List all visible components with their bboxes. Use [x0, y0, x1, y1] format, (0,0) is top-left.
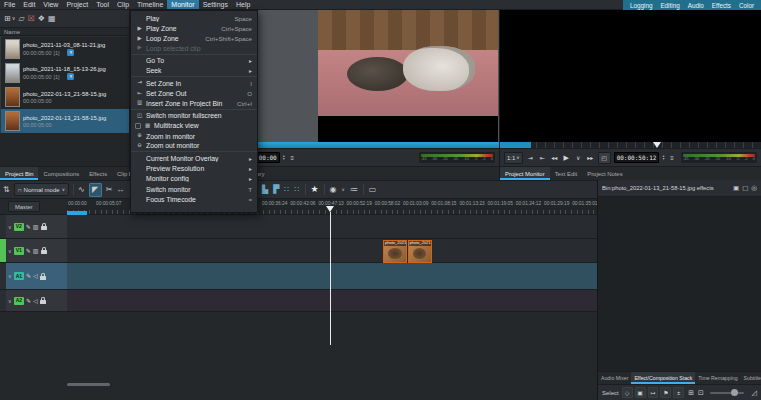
- lock-icon[interactable]: [40, 273, 46, 280]
- menubar-item[interactable]: Monitor: [167, 0, 198, 9]
- favorite-effects-icon[interactable]: ★: [311, 185, 319, 194]
- add-clip-dropdown-icon[interactable]: ∨: [12, 16, 16, 21]
- insert-zone-timeline-icon[interactable]: ▙: [262, 186, 268, 194]
- lock-icon[interactable]: [41, 247, 47, 254]
- menu-item[interactable]: ◰ Switch monitor fullscreen ▸: [131, 111, 257, 121]
- dock-tab[interactable]: Time Remapping: [695, 372, 740, 384]
- edit-icon[interactable]: ✎: [26, 298, 31, 304]
- extract-zone-timeline-icon[interactable]: ▛: [273, 186, 279, 194]
- adjust-icon[interactable]: ≔: [350, 186, 358, 194]
- timeline-horizontal-scrollbar[interactable]: [67, 383, 110, 386]
- dock-tab[interactable]: Project Notes: [582, 167, 627, 180]
- rename-icon[interactable]: ▭: [369, 186, 377, 194]
- menubar-item[interactable]: Clip: [113, 0, 133, 9]
- tags-icon[interactable]: ❖: [38, 15, 45, 23]
- menubar-item[interactable]: Timeline: [133, 0, 167, 9]
- play-menu-icon[interactable]: ∨: [574, 152, 583, 164]
- menu-item[interactable]: ⇤ Set Zone Out O ▸: [131, 88, 257, 98]
- track-target-strip[interactable]: [0, 215, 6, 238]
- delete-clip-icon[interactable]: ☒: [28, 15, 35, 23]
- workspace-item[interactable]: Effects: [708, 2, 735, 9]
- menubar-item[interactable]: Edit: [19, 0, 39, 9]
- menu-item[interactable]: ▶ Play Zone Ctrl+Space ▸: [131, 23, 257, 33]
- timeline-dots-icon[interactable]: ∷: [284, 186, 289, 194]
- speaker-icon[interactable]: ◁: [33, 273, 38, 279]
- copy-icon[interactable]: ▣: [733, 185, 739, 192]
- monitor-menu-icon[interactable]: ≡: [667, 152, 676, 164]
- set-zone-out-icon[interactable]: ⇤: [538, 152, 547, 164]
- track-target-strip[interactable]: [0, 263, 6, 289]
- tag-icon[interactable]: ◇: [622, 387, 633, 398]
- lock-icon[interactable]: [40, 297, 46, 304]
- timeline-zoom-slider[interactable]: [710, 392, 744, 394]
- bin-clip-row[interactable]: photo_2022-01-13_21-58-15.jpg 00:00:05:0…: [0, 85, 129, 109]
- add-clip-icon[interactable]: ⊞: [4, 15, 11, 23]
- monitor-menu-icon[interactable]: ≡: [288, 152, 297, 164]
- track-target-badge[interactable]: A1: [14, 272, 24, 280]
- timeline-ruler[interactable]: Master 00:00:0000:00:05:0700:00:36:2400:…: [0, 199, 597, 215]
- playhead-line[interactable]: [330, 212, 331, 345]
- timeline-clip[interactable]: photo_2021-1: [408, 240, 432, 263]
- film-icon[interactable]: ▥: [33, 224, 39, 230]
- menubar-item[interactable]: Help: [232, 0, 254, 9]
- edit-mode-select[interactable]: ⊓ Normal mode ∨: [14, 183, 69, 196]
- track-target-badge[interactable]: V1: [14, 247, 24, 255]
- plus-minus-icon[interactable]: ±: [673, 387, 684, 398]
- chevron-down-icon[interactable]: ∨: [342, 187, 345, 192]
- dock-tab[interactable]: Text Edit: [550, 167, 583, 180]
- record-icon[interactable]: ◉: [330, 186, 337, 194]
- edit-icon[interactable]: ✎: [26, 224, 31, 230]
- razor-tool-icon[interactable]: ✂: [106, 186, 113, 194]
- menu-item[interactable]: ▥ Insert Zone in Project Bin Ctrl+I ▸: [131, 99, 257, 110]
- track-header[interactable]: ∨ V1 ✎ ▥ ◁: [0, 239, 67, 263]
- menu-item[interactable]: Go To ▸: [131, 56, 257, 66]
- bin-clip-row[interactable]: photo_2021-11-03_08-11-21.jpg 00:00:05:0…: [0, 37, 129, 61]
- menu-item[interactable]: Focus Timecode = ▸: [131, 194, 257, 204]
- mix-clips-icon[interactable]: ∿: [78, 186, 85, 194]
- track-header[interactable]: ∨ A2 ✎ ▥ ◁: [0, 290, 67, 312]
- set-zone-in-icon[interactable]: ⇥: [526, 152, 535, 164]
- edit-icon[interactable]: ✎: [26, 248, 31, 254]
- chevron-down-icon[interactable]: ∨: [8, 248, 12, 254]
- menu-item[interactable]: Current Monitor Overlay ▸: [131, 153, 257, 163]
- track-header[interactable]: ∨ A1 ✎ ▥ ◁: [0, 263, 67, 290]
- rewind-icon[interactable]: ◂◂: [550, 152, 559, 164]
- timeline-track-lane[interactable]: [67, 290, 597, 312]
- master-track-button[interactable]: Master: [8, 201, 40, 212]
- speaker-icon[interactable]: ◁: [33, 298, 38, 304]
- workspace-item[interactable]: Logging: [626, 2, 656, 9]
- chevron-down-icon[interactable]: ∨: [8, 224, 12, 230]
- arrow-right-icon[interactable]: ↦: [648, 387, 659, 398]
- view-mode-icon[interactable]: ▦: [48, 15, 56, 23]
- dock-tab[interactable]: Effects: [84, 167, 112, 180]
- track-target-badge[interactable]: A2: [14, 297, 24, 305]
- workspace-item[interactable]: Editing: [656, 2, 683, 9]
- menu-item[interactable]: ⊕ Zoom in monitor ▸: [131, 131, 257, 141]
- timecode-spinner[interactable]: ▴ ▾: [283, 155, 285, 161]
- workspace-item[interactable]: Color: [735, 2, 758, 9]
- menu-item[interactable]: Switch monitor T ▸: [131, 184, 257, 194]
- grid-icon[interactable]: ⊞: [688, 389, 694, 396]
- menu-item[interactable]: Play Space ▸: [131, 13, 257, 23]
- dock-tab[interactable]: Subtitles: [741, 372, 761, 384]
- save-icon[interactable]: ▣: [635, 387, 646, 398]
- dock-tab[interactable]: Audio Mixer: [598, 372, 631, 384]
- frame-icon[interactable]: ▢: [742, 185, 748, 192]
- dock-tab[interactable]: Effect/Composition Stack: [631, 372, 695, 384]
- film-icon[interactable]: ▥: [33, 248, 39, 254]
- menu-item[interactable]: Preview Resolution ▸: [131, 164, 257, 174]
- track-target-strip[interactable]: [0, 239, 6, 262]
- lock-icon[interactable]: [41, 223, 47, 230]
- forward-icon[interactable]: ▸▸: [586, 152, 595, 164]
- spacer-tool-icon[interactable]: ↔: [116, 186, 124, 194]
- menubar-item[interactable]: View: [39, 0, 62, 9]
- menubar-item[interactable]: Project: [62, 0, 92, 9]
- timecode-spinner[interactable]: ▴ ▾: [662, 155, 664, 161]
- play-icon[interactable]: ▶: [562, 152, 571, 164]
- menu-item[interactable]: ▶ Loop Zone Ctrl+Shift+Space ▸: [131, 33, 257, 43]
- fit-zoom-icon[interactable]: ◿: [752, 389, 757, 396]
- selection-tool-button[interactable]: ◤: [89, 183, 102, 197]
- bin-column-header[interactable]: Name: [0, 27, 129, 36]
- timeline-empty-area[interactable]: [0, 312, 597, 400]
- chevron-down-icon[interactable]: ∨: [8, 273, 12, 279]
